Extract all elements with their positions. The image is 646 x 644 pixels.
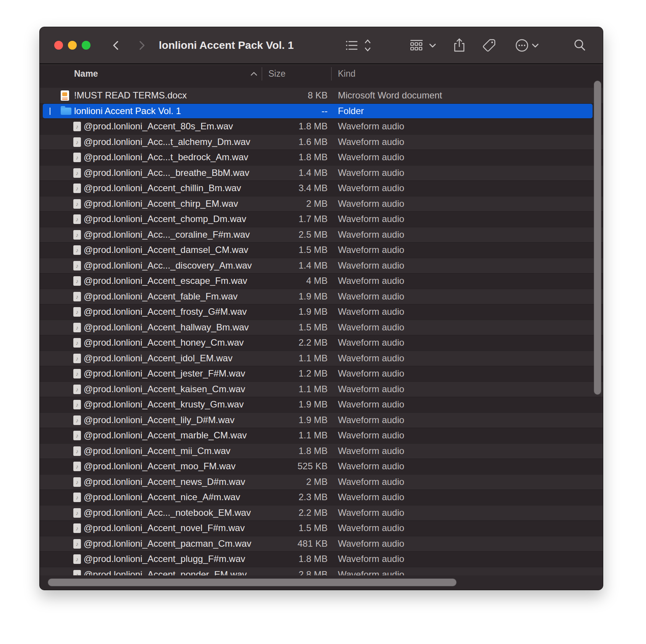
table-row[interactable]: @prod.lonlioni_Accent_jester_F#M.wav 1.2… [40,366,603,382]
table-row[interactable]: @prod.lonlioni_Accent_fable_Fm.wav 1.9 M… [40,289,603,304]
disclosure-chevron-down-icon[interactable] [50,108,57,114]
file-name: @prod.lonlioni_Accent_news_D#m.wav [84,474,245,490]
column-header-size[interactable]: Size [268,65,286,83]
waveform-audio-icon: ♪ [73,508,81,518]
file-kind: Waveform audio [338,180,404,196]
waveform-audio-icon: ♪ [73,539,81,549]
table-row[interactable]: @prod.lonlioni_Accent_kaisen_Cm.wav 1.1 … [40,382,603,397]
table-row[interactable]: @prod.lonlioni_Accent_pacman_Cm.wav 481 … [40,536,603,552]
file-size: 1.1 MB [251,351,328,366]
file-size: 1.4 MB [251,165,328,181]
file-name: @prod.lonlioni_Acc..._breathe_BbM.wav [84,165,249,181]
column-header-kind[interactable]: Kind [338,65,355,83]
table-row[interactable]: @prod.lonlioni_Acc..._breathe_BbM.wav 1.… [40,165,603,181]
table-row[interactable]: @prod.lonlioni_Accent_escape_Fm.wav 4 MB… [40,273,603,289]
tag-icon[interactable] [481,37,497,54]
share-icon[interactable] [451,37,468,54]
table-row[interactable]: @prod.lonlioni_Accent_80s_Em.wav 1.8 MB … [40,119,603,134]
title-bar: lonlioni Accent Pack Vol. 1 [40,27,603,64]
waveform-audio-icon: ♪ [73,385,81,394]
waveform-audio-icon: ♪ [73,261,81,270]
file-size: 8 KB [251,88,328,103]
column-divider[interactable] [262,67,262,80]
column-header-row: Name Size Kind [40,64,603,83]
file-name: @prod.lonlioni_Accent_chillin_Bm.wav [84,180,241,196]
forward-button[interactable] [133,37,150,54]
file-kind: Waveform audio [338,196,404,212]
table-row[interactable]: @prod.lonlioni_Accent_hallway_Bm.wav 1.5… [40,320,603,335]
table-row[interactable]: @prod.lonlioni_Accent_chirp_EM.wav 2 MB … [40,196,603,212]
sort-ascending-icon [250,71,258,79]
file-kind: Waveform audio [338,289,404,304]
table-row[interactable]: @prod.lonlioni_Accent_marble_CM.wav 1.1 … [40,428,603,443]
minimize-button[interactable] [68,41,77,50]
table-row[interactable]: @prod.lonlioni_Acc...t_alchemy_Dm.wav 1.… [40,134,603,150]
waveform-audio-icon: ♪ [73,462,81,471]
waveform-audio-icon: ♪ [73,554,81,564]
column-header-name[interactable]: Name [74,65,98,83]
file-size: 1.1 MB [251,428,328,443]
file-kind: Waveform audio [338,258,404,274]
table-row[interactable]: @prod.lonlioni_Accent_nice_A#m.wav 2.3 M… [40,489,603,505]
back-button[interactable] [108,37,124,54]
table-row[interactable]: @prod.lonlioni_Accent_frosty_G#M.wav 1.9… [40,304,603,320]
window-title: lonlioni Accent Pack Vol. 1 [159,27,294,63]
zoom-button[interactable] [82,41,90,50]
file-name: @prod.lonlioni_Acc...t_bedrock_Am.wav [84,150,248,165]
table-row[interactable]: @prod.lonlioni_Acc..._notebook_EM.wav 2.… [40,505,603,521]
file-kind: Waveform audio [338,211,404,227]
table-row[interactable]: @prod.lonlioni_Accent_ponder_EM.wav 2.8 … [40,567,603,576]
close-button[interactable] [54,41,63,50]
file-size: 3.4 MB [251,180,328,196]
table-row[interactable]: @prod.lonlioni_Accent_chomp_Dm.wav 1.7 M… [40,211,603,227]
file-name: @prod.lonlioni_Acc..._discovery_Am.wav [84,258,252,274]
file-name: @prod.lonlioni_Accent_nice_A#m.wav [84,489,240,505]
table-row[interactable]: @prod.lonlioni_Accent_plugg_F#m.wav 1.8 … [40,551,603,567]
view-sort-chevrons-icon[interactable] [362,37,373,54]
group-by-icon[interactable] [408,37,425,54]
waveform-audio-icon: ♪ [73,570,81,576]
list-view-icon[interactable] [343,37,360,54]
search-icon[interactable] [572,37,588,54]
file-kind: Waveform audio [338,412,404,428]
file-size: 1.7 MB [251,211,328,227]
table-row[interactable]: @prod.lonlioni_Accent_idol_EM.wav 1.1 MB… [40,351,603,366]
table-row[interactable]: @prod.lonlioni_Acc..._coraline_F#m.wav 2… [40,227,603,243]
column-divider[interactable] [331,67,332,80]
file-size: 2.5 MB [251,227,328,243]
table-row[interactable]: @prod.lonlioni_Accent_mii_Cm.wav 1.8 MB … [40,443,603,459]
file-kind: Waveform audio [338,351,404,366]
file-size: 1.5 MB [251,320,328,335]
table-row[interactable]: @prod.lonlioni_Accent_novel_F#m.wav 1.5 … [40,520,603,536]
table-row[interactable]: @prod.lonlioni_Accent_honey_Cm.wav 2.2 M… [40,335,603,351]
waveform-audio-icon: ♪ [73,245,81,255]
file-name: @prod.lonlioni_Accent_hallway_Bm.wav [84,320,249,335]
more-options-icon[interactable] [514,37,530,54]
file-name: @prod.lonlioni_Accent_jester_F#M.wav [84,366,245,382]
table-row[interactable]: @prod.lonlioni_Accent_damsel_CM.wav 1.5 … [40,242,603,258]
horizontal-scrollbar[interactable] [48,578,457,586]
file-kind: Waveform audio [338,304,404,320]
file-kind: Waveform audio [338,382,404,397]
more-options-chevron-icon[interactable] [530,37,541,54]
file-size: 1.8 MB [251,150,328,165]
table-row[interactable]: @prod.lonlioni_Accent_krusty_Gm.wav 1.9 … [40,397,603,412]
vertical-scrollbar[interactable] [594,80,601,395]
table-row[interactable]: lonlioni Accent Pack Vol. 1 -- Folder [40,103,603,119]
file-name: @prod.lonlioni_Accent_80s_Em.wav [84,119,233,134]
table-row[interactable]: !MUST READ TERMS.docx 8 KB Microsoft Wor… [40,88,603,103]
waveform-audio-icon: ♪ [73,323,81,332]
file-size: 481 KB [251,536,328,552]
table-row[interactable]: @prod.lonlioni_Accent_moo_FM.wav 525 KB … [40,459,603,474]
table-row[interactable]: @prod.lonlioni_Accent_news_D#m.wav 2 MB … [40,474,603,490]
group-by-chevron-icon[interactable] [427,37,438,54]
table-row[interactable]: @prod.lonlioni_Acc...t_bedrock_Am.wav 1.… [40,150,603,165]
file-size: 1.9 MB [251,397,328,412]
file-name: lonlioni Accent Pack Vol. 1 [74,103,181,119]
file-kind: Waveform audio [338,536,404,552]
table-row[interactable]: @prod.lonlioni_Acc..._discovery_Am.wav 1… [40,258,603,274]
table-row[interactable]: @prod.lonlioni_Accent_chillin_Bm.wav 3.4… [40,180,603,196]
table-row[interactable]: @prod.lonlioni_Accent_lily_D#M.wav 1.9 M… [40,412,603,428]
waveform-audio-icon: ♪ [73,307,81,317]
file-kind: Waveform audio [338,520,404,536]
